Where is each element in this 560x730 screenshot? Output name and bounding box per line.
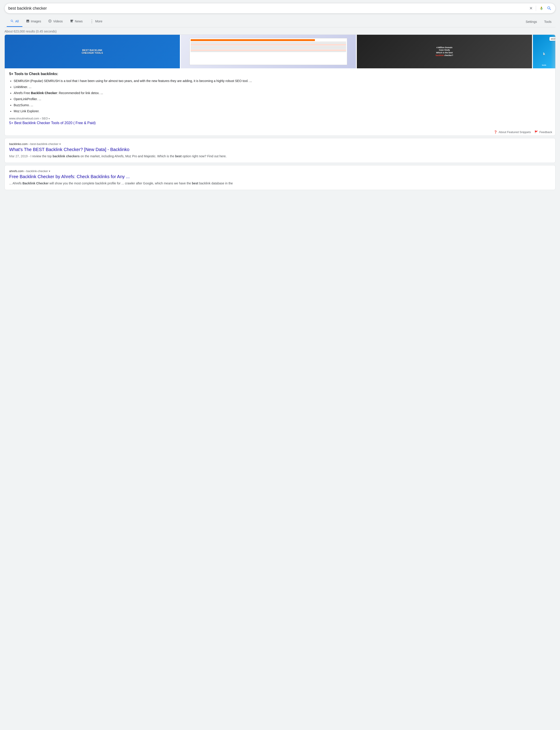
- result-source-1: backlinko.com › best-backlink-checker ▾: [9, 142, 551, 146]
- featured-snippet: BEST BACKLINKCHECKER TOOLS: [4, 35, 556, 136]
- nav-tabs: All Images Videos: [4, 16, 556, 27]
- thumb-label-4: k: [541, 45, 547, 58]
- videos-tab-icon: [48, 19, 52, 24]
- page-wrapper: ✕: [0, 0, 560, 190]
- result-card-2: ahrefs.com › backlink-checker ▾ Free Bac…: [4, 165, 556, 190]
- search-bar-row: ✕: [4, 3, 556, 13]
- snippet-title: 5+ Tools to Check backlinks:: [9, 72, 551, 76]
- tab-more-label: More: [95, 19, 102, 23]
- thumbnail-3[interactable]: 4 Million DomainCase StudyWhich is the b…: [357, 35, 532, 68]
- dropdown-icon-1[interactable]: ▾: [59, 143, 61, 146]
- tab-news-label: News: [75, 19, 83, 23]
- result-path-1: › best-backlink-checker: [28, 142, 58, 146]
- list-item: Moz Link Explorer.: [14, 109, 551, 114]
- result-card-1: backlinko.com › best-backlink-checker ▾ …: [4, 138, 556, 163]
- about-featured-snippets[interactable]: ❓ About Featured Snippets: [494, 130, 531, 134]
- search-input[interactable]: [8, 6, 529, 11]
- result-source-2: ahrefs.com › backlink-checker ▾: [9, 169, 551, 173]
- search-icon: [547, 6, 552, 11]
- top-bar: ✕: [0, 0, 560, 27]
- thumbnail-1[interactable]: BEST BACKLINKCHECKER TOOLS: [5, 35, 180, 68]
- tab-all[interactable]: All: [7, 17, 22, 27]
- all-tab-icon: [10, 19, 14, 24]
- tab-videos[interactable]: Videos: [45, 17, 66, 27]
- about-snippets-label: About Featured Snippets: [499, 130, 531, 134]
- question-icon: ❓: [494, 130, 497, 134]
- result-date-1: Mar 27, 2019: [9, 154, 28, 158]
- flag-icon: 🚩: [534, 130, 538, 134]
- result-snippet-1: Mar 27, 2019 - I review the top backlink…: [9, 154, 551, 159]
- list-item: Ahrefs Free Backlink Checker: Recommende…: [14, 91, 551, 95]
- snippet-footer: ❓ About Featured Snippets 🚩 Feedback: [5, 129, 555, 136]
- dropdown-arrow-icon: ▾: [49, 117, 50, 120]
- images-tab-icon: [26, 19, 30, 24]
- mic-button[interactable]: [539, 6, 544, 11]
- tab-all-label: All: [15, 19, 19, 23]
- results-count: About 623,000 results (0.45 seconds): [0, 27, 560, 35]
- result-path-2: › backlink-checker: [24, 169, 48, 173]
- feedback-button[interactable]: 🚩 Feedback: [534, 130, 552, 134]
- tab-images-label: Images: [31, 19, 41, 23]
- clear-button[interactable]: ✕: [529, 6, 533, 11]
- result-domain-1: backlinko.com: [9, 142, 28, 146]
- mic-icon: [539, 6, 544, 11]
- tab-more[interactable]: ⋮ More: [86, 16, 106, 27]
- news-tab-icon: [70, 19, 73, 24]
- result-domain-2: ahrefs.com: [9, 169, 24, 173]
- list-item: BuzzSumo. ...: [14, 103, 551, 108]
- search-box: ✕: [4, 3, 556, 13]
- snippet-link[interactable]: 5+ Best Backlink Checker Tools of 2020 (…: [9, 121, 551, 125]
- snippet-body: 5+ Tools to Check backlinks: SEMRUSH (Po…: [5, 68, 555, 129]
- list-item: OpenLinkProfiler. ...: [14, 97, 551, 102]
- tools-link[interactable]: Tools: [542, 17, 553, 26]
- nav-left: All Images Videos: [7, 16, 106, 27]
- snippet-list: SEMRUSH (Popular) SEMRUSH is a tool that…: [9, 79, 551, 114]
- nav-right: Settings Tools: [524, 17, 553, 26]
- list-item: SEMRUSH (Popular) SEMRUSH is a tool that…: [14, 79, 551, 83]
- feedback-label: Feedback: [539, 130, 552, 134]
- tab-images[interactable]: Images: [22, 17, 45, 27]
- settings-link[interactable]: Settings: [524, 17, 539, 26]
- list-item: LinkMiner. ...: [14, 85, 551, 89]
- result-title-2[interactable]: Free Backlink Checker by Ahrefs: Check B…: [9, 174, 551, 179]
- result-snippet-2: ... Ahrefs Backlink Checker will show yo…: [9, 181, 551, 186]
- main-content: BEST BACKLINKCHECKER TOOLS: [0, 35, 560, 190]
- search-icons: ✕: [529, 6, 552, 11]
- snippet-source: www.shoutmeloud.com › SEO ▾: [9, 117, 551, 120]
- thumbnail-2[interactable]: [181, 35, 356, 68]
- more-tab-icon: ⋮: [90, 19, 94, 24]
- divider: [536, 6, 536, 11]
- thumb-label-3: 4 Million DomainCase StudyWhich is the b…: [434, 45, 455, 59]
- tab-news[interactable]: News: [66, 17, 86, 27]
- dropdown-icon-2[interactable]: ▾: [49, 170, 50, 173]
- image-row: BEST BACKLINKCHECKER TOOLS: [5, 35, 555, 68]
- result-title-1[interactable]: What's The BEST Backlink Checker? [New D…: [9, 147, 551, 152]
- search-button[interactable]: [547, 6, 552, 11]
- thumb-label-1: BEST BACKLINKCHECKER TOOLS: [80, 47, 105, 56]
- thumbnail-4[interactable]: ahrefs k tools: [533, 35, 555, 68]
- tab-videos-label: Videos: [53, 19, 63, 23]
